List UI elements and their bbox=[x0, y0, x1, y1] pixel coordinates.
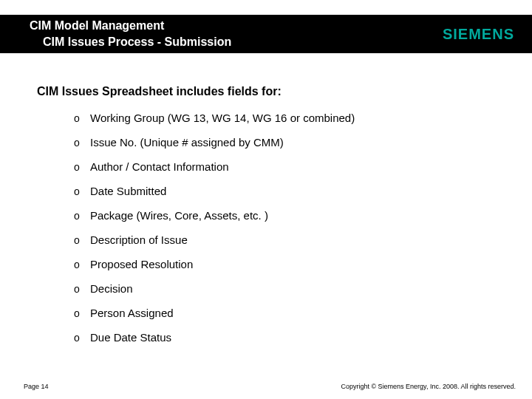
list-item: Working Group (WG 13, WG 14, WG 16 or co… bbox=[74, 112, 502, 124]
intro-text: CIM Issues Spreadsheet includes fields f… bbox=[37, 85, 502, 98]
slide-title: CIM Model Management CIM Issues Process … bbox=[30, 18, 231, 50]
page-number: Page 14 bbox=[24, 383, 49, 390]
slide: CIM Model Management CIM Issues Process … bbox=[0, 0, 532, 399]
list-item: Decision bbox=[74, 282, 502, 295]
list-item: Package (Wires, Core, Assets, etc. ) bbox=[74, 209, 502, 222]
list-item: Description of Issue bbox=[74, 233, 502, 246]
title-bar: CIM Model Management CIM Issues Process … bbox=[0, 15, 532, 53]
title-line-1: CIM Model Management bbox=[30, 18, 231, 34]
footer: Page 14 Copyright © Siemens Energy, Inc.… bbox=[0, 383, 532, 390]
list-item: Due Date Status bbox=[74, 331, 502, 344]
list-item: Date Submitted bbox=[74, 185, 502, 197]
content-area: CIM Issues Spreadsheet includes fields f… bbox=[37, 85, 502, 355]
list-item: Issue No. (Unique # assigned by CMM) bbox=[74, 136, 502, 149]
list-item: Proposed Resolution bbox=[74, 258, 502, 270]
siemens-logo: SIEMENS bbox=[443, 26, 514, 43]
field-list: Working Group (WG 13, WG 14, WG 16 or co… bbox=[37, 112, 502, 344]
list-item: Person Assigned bbox=[74, 307, 502, 319]
list-item: Author / Contact Information bbox=[74, 160, 502, 173]
copyright-text: Copyright © Siemens Energy, Inc. 2008. A… bbox=[341, 383, 516, 390]
title-line-2: CIM Issues Process - Submission bbox=[30, 34, 231, 50]
